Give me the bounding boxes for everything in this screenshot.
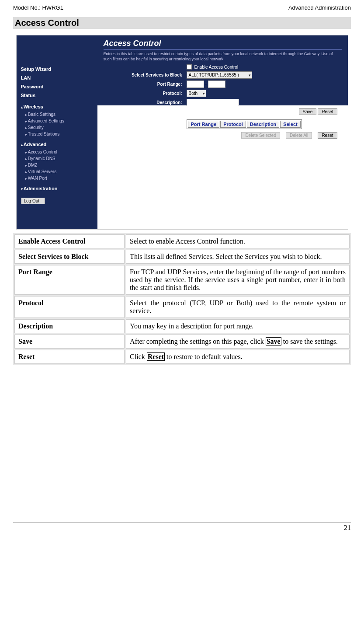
reset-box: Reset [147,352,165,361]
row-label: Enable Access Control [14,234,125,248]
nav-setup-wizard[interactable]: Setup Wizard [21,65,94,73]
nav-security[interactable]: Security [21,125,94,130]
delete-selected-button[interactable]: Delete Selected [241,132,280,139]
nav-lan[interactable]: LAN [21,74,94,82]
nav-virtual-servers[interactable]: Virtual Servers [21,169,94,174]
nav-wireless[interactable]: Wireless [21,103,94,111]
save-box: Save [266,337,281,345]
table-row: Protocol Select the protocol (TCP, UDP o… [14,296,350,318]
col-protocol: Protocol [220,121,246,128]
description-label: Description: [104,100,187,105]
save-button[interactable]: Save [299,108,317,115]
protocol-dropdown[interactable]: Both [187,90,206,97]
row-text: After completing the settings on this pa… [126,335,350,349]
row-text: You may key in a description for port ra… [126,319,350,333]
reset-button-top[interactable]: Reset [318,108,337,115]
router-screenshot: Setup Wizard LAN Password Status Wireles… [16,35,348,230]
row-label: Port Range [14,265,125,295]
router-sidebar: Setup Wizard LAN Password Status Wireles… [17,35,97,229]
nav-access-control[interactable]: Access Control [21,149,94,155]
enable-access-checkbox[interactable] [187,64,192,70]
enable-access-label: Enable Access Control [194,65,239,70]
table-row: Description You may key in a description… [14,319,350,333]
router-main-panel: Access Control Entries in this table are… [97,35,348,229]
nav-dmz[interactable]: DMZ [21,162,94,168]
nav-password[interactable]: Password [21,83,94,91]
port-range-label: Port Range: [104,82,187,87]
doc-section: Advanced Administration [288,4,351,11]
row-text: Select to enable Access Control function… [126,234,350,248]
section-title: Access Control [13,17,351,29]
delete-all-button[interactable]: Delete All [286,132,312,139]
page-number: 21 [13,523,351,532]
port-range-start[interactable] [187,80,204,88]
model-number: Model No.: HWRG1 [13,4,63,11]
col-description: Description [247,121,280,128]
blocked-table-label: Current Blocked Table: [104,119,187,124]
table-row: Enable Access Control Select to enable A… [14,234,350,248]
logout-button[interactable]: Log Out [21,198,45,204]
select-services-label: Select Services to Block [104,73,187,77]
col-select: Select [280,121,300,128]
row-text: Click Reset to restore to default values… [126,350,350,364]
field-description-table: Enable Access Control Select to enable A… [13,233,351,365]
nav-status[interactable]: Status [21,91,94,99]
row-text: Select the protocol (TCP, UDP or Both) u… [126,296,350,318]
nav-basic-settings[interactable]: Basic Settings [21,112,94,117]
panel-description: Entries in this table are used to restri… [104,52,342,62]
row-text: For TCP and UDP Services, enter the begi… [126,265,350,295]
col-port-range: Port Range [188,121,220,128]
nav-administration[interactable]: Administration [21,185,94,192]
blocked-table: Port Range Protocol Description Select [187,119,302,129]
row-text: This lists all defined Services. Select … [126,250,350,264]
reset-button-bottom[interactable]: Reset [318,132,337,139]
table-row: Select Services to Block This lists all … [14,250,350,264]
nav-dynamic-dns[interactable]: Dynamic DNS [21,156,94,161]
table-row: Reset Click Reset to restore to default … [14,350,350,364]
row-label: Select Services to Block [14,250,125,264]
nav-advanced-settings[interactable]: Advanced Settings [21,118,94,124]
row-label: Reset [14,350,125,364]
table-row: Port Range For TCP and UDP Services, ent… [14,265,350,295]
row-label: Description [14,319,125,333]
nav-trusted-stations[interactable]: Trusted Stations [21,131,94,137]
protocol-label: Protocol: [104,91,187,96]
row-label: Save [14,335,125,349]
select-services-dropdown[interactable]: ALL( TCP/UDP:1..65535 ) [187,71,252,79]
row-label: Protocol [14,296,125,318]
description-input[interactable] [187,99,239,106]
panel-title: Access Control [104,39,342,50]
port-range-end[interactable] [208,80,225,88]
nav-advanced[interactable]: Advanced [21,140,94,148]
nav-wan-port[interactable]: WAN Port [21,175,94,181]
table-row: Save After completing the settings on th… [14,335,350,349]
